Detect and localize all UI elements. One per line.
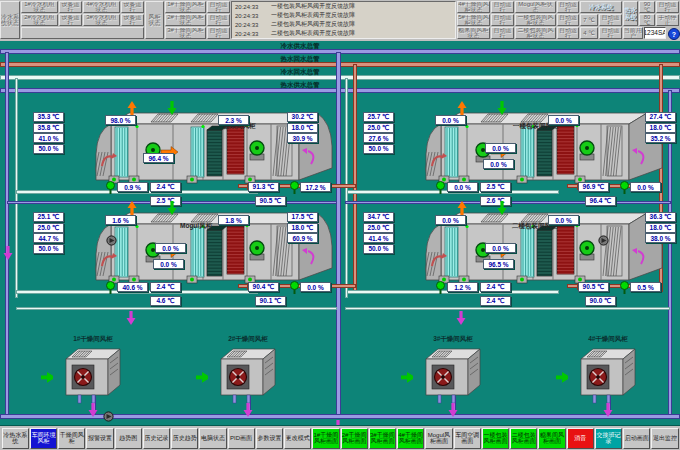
hw-supply-temp: 96.9 ℃ xyxy=(578,182,609,192)
chiller-status: 设备运行 xyxy=(121,1,144,13)
down-arrow-icon xyxy=(448,403,458,417)
toolbar-button-green[interactable]: 一楼包装风柜画面 xyxy=(482,428,509,449)
alarm-time: 20:24:33 xyxy=(232,31,271,37)
ahu-left-reading: 44.7 % xyxy=(33,233,64,243)
toolbar-button-gray[interactable]: PID画面 xyxy=(228,428,255,449)
toolbar-button-green[interactable]: 1#干燥间风柜画面 xyxy=(312,428,339,449)
pipe-segment xyxy=(16,307,337,310)
right-arrow-icon xyxy=(401,369,413,386)
hw-supply-temp: 90.4 ℃ xyxy=(248,282,279,292)
toolbar-button-gray[interactable]: 车间空调画面 xyxy=(454,428,481,449)
ahu-mid-reading: 0.0 % xyxy=(153,259,184,269)
up-arrow-icon xyxy=(457,201,467,215)
pump-icon xyxy=(103,408,114,419)
ahu-right-reading: 30.2 ℃ xyxy=(287,112,318,122)
up-arrow-icon xyxy=(127,201,137,215)
hw-return-temp: 90.5 ℃ xyxy=(255,196,286,206)
ahu-mid-reading: 96.4 % xyxy=(143,153,174,163)
toolbar-button-green[interactable]: 二楼包装风柜画面 xyxy=(510,428,537,449)
help-icon[interactable]: ? xyxy=(668,28,680,40)
valve-icon xyxy=(106,280,115,293)
toolbar-button-blue[interactable]: 车间环境风柜 xyxy=(30,428,57,449)
alarm-row[interactable]: 20:24:33二楼包装风柜风阀开度反馈故障 xyxy=(232,20,455,29)
hw-valve-opening: 0.5 % xyxy=(630,282,661,292)
ahu-right-reading: 35.2 % xyxy=(645,133,676,143)
cold-water-status: 自动运行 xyxy=(599,14,622,26)
toolbar-button-green[interactable]: 2#干燥间风柜画面 xyxy=(341,428,368,449)
toolbar-button-green[interactable]: 4#干燥间风柜画面 xyxy=(397,428,424,449)
chw-return-temp: 2.4 ℃ xyxy=(480,296,511,306)
alarm-text: 一楼包装风柜风阀开度反馈故障 xyxy=(271,2,355,11)
ahu-top-reading: 0.0 % xyxy=(548,215,579,225)
valve-icon xyxy=(290,280,299,293)
ahu-right-reading: 27.4 ℃ xyxy=(645,112,676,122)
down-arrow-icon xyxy=(497,101,507,115)
ahu-left-reading: 27.6 % xyxy=(363,133,394,143)
ahu-left-reading: 41.0 % xyxy=(33,133,64,143)
toolbar-button-gray[interactable]: 历史记录 xyxy=(143,428,170,449)
ahu-top-reading: 0.0 % xyxy=(548,115,579,125)
current-user-field[interactable]: 1234SA xyxy=(644,27,666,39)
toolbar-button-gray[interactable]: 趋势图 xyxy=(115,428,142,449)
chiller-name: 3#冷水机组状态 xyxy=(83,14,120,26)
drying-unit-label: 1#干燥间风柜 xyxy=(53,335,133,344)
ahu-left-reading: 34.7 ℃ xyxy=(363,212,394,222)
pipe-segment xyxy=(15,78,18,298)
hot-water-system-label: 热水系统 xyxy=(623,1,638,26)
fan-status-name: 3#干燥间风柜状态 xyxy=(165,27,206,39)
toolbar-button-gray[interactable]: 退出监控 xyxy=(651,428,678,449)
fan-status-name: 4#干燥间风柜状态 xyxy=(457,1,490,13)
cold-water-system-label: 冷水系统 xyxy=(580,1,622,13)
toolbar-button-gray[interactable]: 冷热水系统 xyxy=(2,428,29,449)
toolbar-button-gray[interactable]: 历史趋势 xyxy=(171,428,198,449)
right-arrow-icon xyxy=(556,369,568,386)
ahu-right-reading: 18.0 ℃ xyxy=(287,123,318,133)
toolbar-button-red[interactable]: 消音 xyxy=(567,428,594,449)
toolbar-button-gray[interactable]: 电脑状态 xyxy=(199,428,226,449)
toolbar-button-gray[interactable]: 报警设置 xyxy=(86,428,113,449)
fan-status-value: 自动运行 xyxy=(491,27,514,39)
cold-water-status: 自动运行 xyxy=(599,27,622,39)
alarm-row[interactable]: 20:24:33二楼包装风柜表阀开度反馈故障 xyxy=(232,29,455,38)
ahu-left-reading: 25.0 ℃ xyxy=(363,223,394,233)
fan-section-label: 风柜状态 xyxy=(145,1,164,39)
toolbar-button-gray[interactable]: 启动画面 xyxy=(623,428,650,449)
toolbar-button-gray[interactable]: 更改模式 xyxy=(284,428,311,449)
toolbar-button-gray[interactable]: 参数设置 xyxy=(256,428,283,449)
fan-status-name: 1#干燥间风柜状态 xyxy=(165,1,206,13)
toolbar-button-green[interactable]: 糖果间风柜画面 xyxy=(538,428,565,449)
ahu-left-reading: 35.3 ℃ xyxy=(33,112,64,122)
fan-status-value: 自动运行 xyxy=(207,1,230,13)
alarm-row[interactable]: 20:24:33一楼包装风柜表阀开度反馈故障 xyxy=(232,11,455,20)
fan-status-value: 自动运行 xyxy=(491,14,514,26)
down-arrow-icon xyxy=(603,403,613,417)
ahu-top-reading: 2.3 % xyxy=(218,115,249,125)
ahu-right-reading: 36.3 ℃ xyxy=(645,212,676,222)
ahu-left-reading: 41.4 % xyxy=(363,233,394,243)
toolbar-button-gray[interactable]: 干燥间风柜 xyxy=(58,428,85,449)
alarm-row[interactable]: 20:24:33一楼包装风柜风阀开度反馈故障 xyxy=(232,2,455,11)
toolbar-button-teal[interactable]: 交接班记录 xyxy=(595,428,622,449)
down-arrow-icon xyxy=(3,246,13,260)
chw-valve-opening: 40.6 % xyxy=(117,282,148,292)
ahu-mid-reading: 0.0 % xyxy=(485,143,516,153)
toolbar-button-green[interactable]: 3#干燥间风柜画面 xyxy=(369,428,396,449)
ahu-right-reading: 18.0 ℃ xyxy=(645,223,676,233)
cold-water-temp: 7 ℃ xyxy=(580,14,598,26)
up-arrow-icon xyxy=(457,101,467,115)
pipe-segment xyxy=(0,414,680,419)
ahu-mid-reading: 0.0 % xyxy=(485,243,516,253)
chw-valve-opening: 1.2 % xyxy=(447,282,478,292)
pipe-segment xyxy=(5,52,9,416)
valve-icon xyxy=(620,280,629,293)
ahu-top-reading: 0.0 % xyxy=(435,215,466,225)
ahu-top-reading: 0.0 % xyxy=(435,115,466,125)
hw-return-temp: 90.1 ℃ xyxy=(255,296,286,306)
alarm-text: 一楼包装风柜表阀开度反馈故障 xyxy=(271,11,355,20)
chw-supply-temp: 2.4 ℃ xyxy=(150,282,181,292)
ahu-mid-reading: 96.5 % xyxy=(483,259,514,269)
pipe-main-label: 热水回水总管 xyxy=(265,55,335,64)
pump-icon xyxy=(598,232,609,243)
toolbar-button-gray[interactable]: Mogul风柜画面 xyxy=(425,428,452,449)
alarm-text: 二楼包装风柜风阀开度反馈故障 xyxy=(271,20,355,29)
